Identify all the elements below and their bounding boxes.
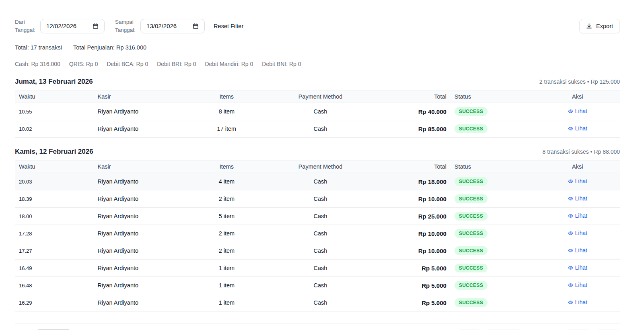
cell-waktu: 16.49: [15, 260, 94, 277]
view-link-label: Lihat: [575, 178, 587, 184]
view-transaction-link[interactable]: Lihat: [568, 108, 587, 114]
cell-status: SUCCESS: [451, 277, 535, 294]
cell-aksi: Lihat: [535, 294, 620, 311]
cell-items: 2 item: [190, 225, 263, 242]
view-transaction-link[interactable]: Lihat: [568, 195, 587, 202]
cell-total: Rp 5.000: [378, 294, 450, 311]
cell-items: 4 item: [190, 173, 263, 190]
cell-payment: Cash: [263, 103, 378, 120]
table-row: 10.02Riyan Ardiyanto17 itemCashRp 85.000…: [15, 120, 620, 138]
cell-status: SUCCESS: [451, 190, 535, 208]
cell-items: 2 item: [190, 242, 263, 260]
cell-payment: Cash: [263, 120, 378, 138]
cell-items: 2 item: [190, 190, 263, 208]
cell-total: Rp 10.000: [378, 225, 450, 242]
cell-waktu: 16.48: [15, 277, 94, 294]
status-badge: SUCCESS: [455, 212, 488, 221]
cell-total: Rp 10.000: [378, 242, 450, 260]
view-transaction-link[interactable]: Lihat: [568, 178, 587, 184]
cell-waktu: 16.29: [15, 294, 94, 311]
calendar-icon: [193, 23, 199, 29]
cell-kasir: Riyan Ardiyanto: [94, 242, 191, 260]
view-link-label: Lihat: [575, 282, 587, 288]
col-header-kasir: Kasir: [94, 161, 191, 173]
from-date-value: 12/02/2026: [46, 23, 76, 29]
cell-aksi: Lihat: [535, 190, 620, 208]
export-button[interactable]: Export: [579, 19, 620, 33]
view-transaction-link[interactable]: Lihat: [568, 247, 587, 254]
transactions-table: Waktu Kasir Items Payment Method Total S…: [15, 90, 620, 138]
to-date-value: 13/02/2026: [146, 23, 177, 29]
cell-total: Rp 5.000: [378, 260, 450, 277]
cell-payment: Cash: [263, 208, 378, 225]
transactions-table: Waktu Kasir Items Payment Method Total S…: [15, 160, 620, 311]
eye-icon: [568, 109, 573, 114]
view-link-label: Lihat: [575, 299, 587, 305]
cell-kasir: Riyan Ardiyanto: [94, 225, 191, 242]
cell-payment: Cash: [263, 294, 378, 311]
col-header-payment: Payment Method: [263, 161, 378, 173]
view-transaction-link[interactable]: Lihat: [568, 264, 587, 271]
cell-items: 1 item: [190, 260, 263, 277]
method-mandiri: Debit Mandiri: Rp 0: [205, 61, 253, 67]
cell-kasir: Riyan Ardiyanto: [94, 120, 191, 138]
cell-status: SUCCESS: [451, 225, 535, 242]
cell-payment: Cash: [263, 260, 378, 277]
table-row: 17.27Riyan Ardiyanto2 itemCashRp 10.000S…: [15, 242, 620, 260]
table-row: 10.55Riyan Ardiyanto8 itemCashRp 40.000S…: [15, 103, 620, 120]
cell-payment: Cash: [263, 190, 378, 208]
eye-icon: [568, 265, 573, 270]
view-transaction-link[interactable]: Lihat: [568, 125, 587, 132]
col-header-status: Status: [451, 91, 535, 103]
eye-icon: [568, 248, 573, 253]
export-label: Export: [596, 23, 613, 29]
view-link-label: Lihat: [575, 212, 587, 219]
table-row: 16.49Riyan Ardiyanto1 itemCashRp 5.000SU…: [15, 260, 620, 277]
download-icon: [586, 23, 592, 29]
view-link-label: Lihat: [575, 125, 587, 132]
day-summary: 2 transaksi sukses • Rp 125.000: [539, 78, 620, 85]
to-date-input[interactable]: 13/02/2026: [140, 19, 205, 33]
cell-kasir: Riyan Ardiyanto: [94, 277, 191, 294]
eye-icon: [568, 283, 573, 288]
table-row: 17.28Riyan Ardiyanto2 itemCashRp 10.000S…: [15, 225, 620, 242]
cell-aksi: Lihat: [535, 260, 620, 277]
calendar-icon: [93, 23, 99, 29]
cell-aksi: Lihat: [535, 173, 620, 190]
cell-waktu: 10.02: [15, 120, 94, 138]
col-header-status: Status: [451, 161, 535, 173]
col-header-total: Total: [378, 161, 450, 173]
col-header-payment: Payment Method: [263, 91, 378, 103]
col-header-kasir: Kasir: [94, 91, 191, 103]
col-header-items: Items: [190, 161, 263, 173]
eye-icon: [568, 231, 573, 236]
reset-filter-button[interactable]: Reset Filter: [214, 23, 243, 29]
status-badge: SUCCESS: [455, 281, 488, 290]
cell-status: SUCCESS: [451, 294, 535, 311]
eye-icon: [568, 126, 573, 131]
from-date-input[interactable]: 12/02/2026: [40, 19, 105, 33]
day-section-friday: Jumat, 13 Februari 2026 2 transaksi suks…: [15, 78, 620, 138]
eye-icon: [568, 179, 573, 184]
method-bri: Debit BRI: Rp 0: [157, 61, 196, 67]
filter-bar: DariTanggal: 12/02/2026 SampaiTanggal: 1…: [15, 18, 620, 34]
view-transaction-link[interactable]: Lihat: [568, 299, 587, 305]
status-badge: SUCCESS: [455, 229, 488, 238]
view-transaction-link[interactable]: Lihat: [568, 282, 587, 288]
method-bca: Debit BCA: Rp 0: [107, 61, 148, 67]
cell-kasir: Riyan Ardiyanto: [94, 190, 191, 208]
view-transaction-link[interactable]: Lihat: [568, 212, 587, 219]
cell-payment: Cash: [263, 242, 378, 260]
cell-aksi: Lihat: [535, 103, 620, 120]
method-qris: QRIS: Rp 0: [69, 61, 98, 67]
view-link-label: Lihat: [575, 230, 587, 236]
eye-icon: [568, 213, 573, 219]
cell-total: Rp 5.000: [378, 277, 450, 294]
cell-kasir: Riyan Ardiyanto: [94, 103, 191, 120]
totals-summary: Total: 17 transaksi Total Penjualan: Rp …: [15, 44, 620, 51]
view-transaction-link[interactable]: Lihat: [568, 230, 587, 236]
cell-payment: Cash: [263, 225, 378, 242]
cell-total: Rp 25.000: [378, 208, 450, 225]
cell-aksi: Lihat: [535, 120, 620, 138]
cell-total: Rp 10.000: [378, 190, 450, 208]
